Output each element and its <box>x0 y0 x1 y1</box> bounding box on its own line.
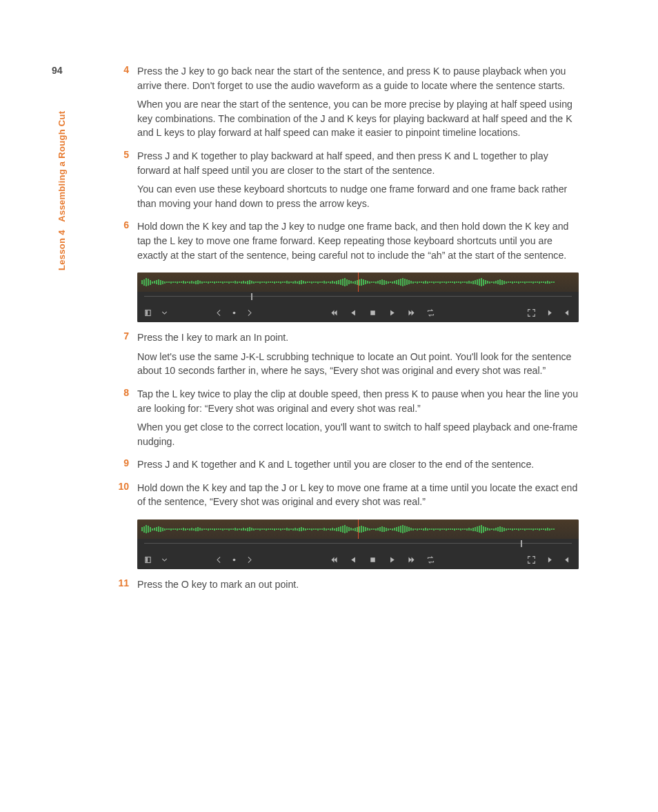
viewer-screenshot <box>137 273 579 322</box>
view-mode-dropdown-icon[interactable] <box>159 308 169 317</box>
page-number: 94 <box>52 65 63 76</box>
stop-icon[interactable] <box>368 308 377 317</box>
step-paragraph: Press the J key to go back near the star… <box>137 64 579 92</box>
skip-back-icon[interactable] <box>329 555 339 564</box>
step-body: Press the I key to mark an In point.Now … <box>137 330 579 383</box>
match-frame-icon[interactable] <box>526 555 536 564</box>
step-body: Press J and K together to play backward … <box>137 149 579 215</box>
play-icon[interactable] <box>387 308 397 317</box>
step-body: Tap the L key twice to play the clip at … <box>137 387 579 453</box>
play-icon[interactable] <box>387 555 397 564</box>
step-body: Hold down the K key and tap the J key to… <box>137 219 579 267</box>
step-paragraph: Tap the L key twice to play the clip at … <box>137 387 579 415</box>
scrub-position-tick <box>521 540 522 547</box>
step-body: Hold down the K key and tap the J or L k… <box>137 481 579 514</box>
step-body: Press the O key to mark an out point. <box>137 577 579 597</box>
scrub-bar[interactable] <box>144 543 572 551</box>
step-paragraph: Now let's use the same J-K-L scrubbing t… <box>137 350 579 378</box>
waveform-area <box>137 519 579 539</box>
next-edit-icon[interactable] <box>244 308 254 317</box>
transport-bar <box>137 539 579 569</box>
play-reverse-icon[interactable] <box>348 308 358 317</box>
scrub-bar[interactable] <box>144 296 572 304</box>
step-number: 4 <box>107 64 137 75</box>
content-column: 4Press the J key to go back near the sta… <box>107 64 579 601</box>
step-number: 11 <box>107 577 137 588</box>
page: 94 Lesson 4 Assembling a Rough Cut 4Pres… <box>0 0 658 812</box>
scrub-position-tick <box>251 293 252 300</box>
step: 7Press the I key to mark an In point.Now… <box>107 330 579 383</box>
step-paragraph: You can even use these keyboard shortcut… <box>137 182 579 210</box>
view-mode-dropdown-icon[interactable] <box>159 555 169 564</box>
viewer-screenshot <box>137 519 579 569</box>
go-to-out-icon[interactable] <box>562 308 572 317</box>
step-paragraph: When you are near the start of the sente… <box>137 97 579 140</box>
lesson-number: Lesson 4 <box>57 230 67 270</box>
step-paragraph: Press the O key to mark an out point. <box>137 577 579 592</box>
step-paragraph: When you get close to the correct locati… <box>137 420 579 448</box>
skip-forward-icon[interactable] <box>406 555 416 564</box>
loop-icon[interactable] <box>426 555 435 564</box>
prev-edit-icon[interactable] <box>214 308 223 317</box>
step: 4Press the J key to go back near the sta… <box>107 64 579 145</box>
marker-dot-icon[interactable] <box>229 555 239 564</box>
skip-forward-icon[interactable] <box>406 308 416 317</box>
go-to-in-icon[interactable] <box>544 308 554 317</box>
skip-back-icon[interactable] <box>329 308 339 317</box>
step-number: 8 <box>107 387 137 398</box>
step: 10Hold down the K key and tap the J or L… <box>107 481 579 514</box>
marker-dot-icon[interactable] <box>229 308 239 317</box>
step-number: 10 <box>107 481 137 492</box>
step-paragraph: Press J and K together and K and L toget… <box>137 457 579 472</box>
step: 11Press the O key to mark an out point. <box>107 577 579 597</box>
match-frame-icon[interactable] <box>526 308 536 317</box>
play-reverse-icon[interactable] <box>348 555 358 564</box>
lesson-marker: Lesson 4 Assembling a Rough Cut <box>57 111 67 270</box>
loop-icon[interactable] <box>426 308 435 317</box>
step-paragraph: Press J and K together to play backward … <box>137 149 579 177</box>
stop-icon[interactable] <box>368 555 377 564</box>
view-mode-icon[interactable] <box>144 555 154 564</box>
transport-bar <box>137 292 579 322</box>
playhead-indicator <box>358 519 359 539</box>
go-to-out-icon[interactable] <box>562 555 572 564</box>
step-paragraph: Hold down the K key and tap the J key to… <box>137 219 579 262</box>
step-body: Press the J key to go back near the star… <box>137 64 579 145</box>
go-to-in-icon[interactable] <box>544 555 554 564</box>
step: 5Press J and K together to play backward… <box>107 149 579 215</box>
step-paragraph: Press the I key to mark an In point. <box>137 330 579 345</box>
next-edit-icon[interactable] <box>244 555 254 564</box>
step: 9Press J and K together and K and L toge… <box>107 457 579 477</box>
step-number: 9 <box>107 457 137 468</box>
playhead-indicator <box>358 273 359 292</box>
view-mode-icon[interactable] <box>144 308 154 317</box>
step-number: 5 <box>107 149 137 160</box>
step: 6Hold down the K key and tap the J key t… <box>107 219 579 267</box>
step-paragraph: Hold down the K key and tap the J or L k… <box>137 481 579 509</box>
step-number: 6 <box>107 219 137 230</box>
lesson-title: Assembling a Rough Cut <box>57 111 67 222</box>
step-body: Press J and K together and K and L toget… <box>137 457 579 477</box>
step-number: 7 <box>107 330 137 341</box>
waveform-area <box>137 273 579 292</box>
prev-edit-icon[interactable] <box>214 555 223 564</box>
step: 8Tap the L key twice to play the clip at… <box>107 387 579 453</box>
